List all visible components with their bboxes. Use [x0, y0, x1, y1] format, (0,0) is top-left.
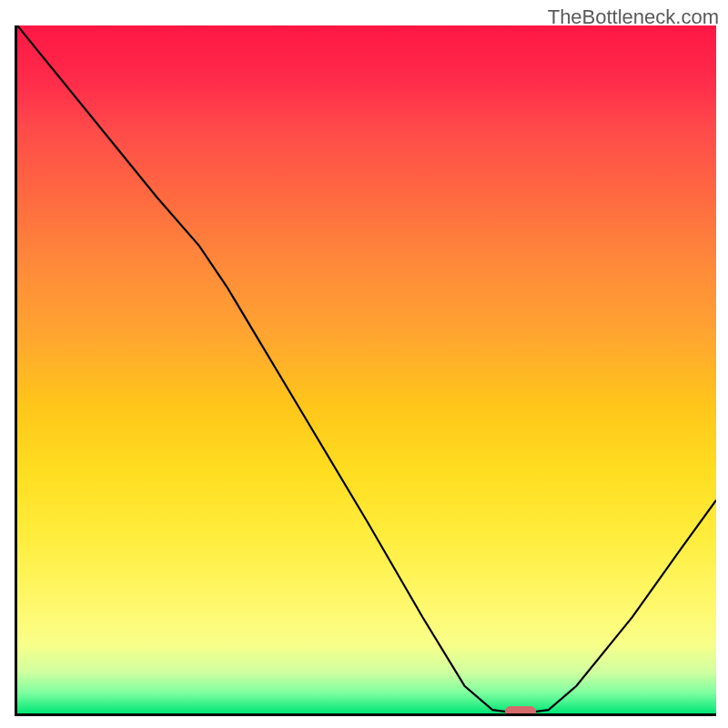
plot-area	[15, 25, 716, 716]
watermark-text: TheBottleneck.com	[548, 5, 719, 29]
optimal-marker	[505, 706, 536, 716]
chart-curve	[17, 25, 716, 713]
